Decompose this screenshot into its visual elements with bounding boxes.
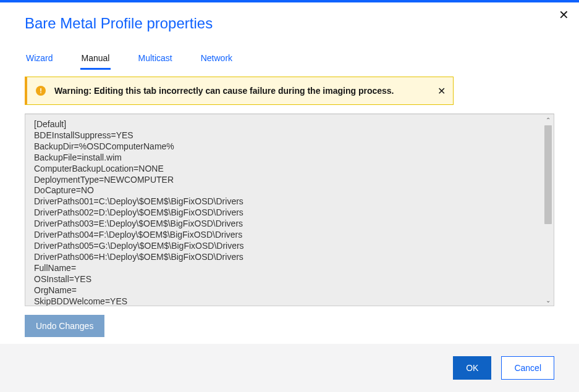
- tab-wizard[interactable]: Wizard: [25, 48, 54, 69]
- scroll-up-arrow-icon[interactable]: ⌃: [544, 115, 552, 124]
- tab-network[interactable]: Network: [200, 48, 234, 69]
- warning-text: Warning: Editing this tab incorrectly ca…: [54, 86, 394, 96]
- editor-scrollbar[interactable]: ⌃ ⌄: [544, 115, 552, 304]
- warning-close-button[interactable]: ✕: [437, 85, 446, 97]
- dialog-title: Bare Metal Profile properties: [25, 15, 554, 32]
- undo-changes-button[interactable]: Undo Changes: [25, 315, 104, 337]
- config-textarea[interactable]: [25, 114, 544, 306]
- warning-banner: ! Warning: Editing this tab incorrectly …: [25, 77, 454, 105]
- tab-manual[interactable]: Manual: [80, 48, 111, 69]
- tab-multicast[interactable]: Multicast: [137, 48, 173, 69]
- scroll-thumb[interactable]: [544, 125, 552, 224]
- dialog-footer: OK Cancel: [0, 344, 579, 392]
- warning-icon: !: [36, 86, 46, 96]
- cancel-button[interactable]: Cancel: [501, 356, 554, 380]
- scroll-down-arrow-icon[interactable]: ⌄: [544, 296, 552, 304]
- dialog-close-button[interactable]: ✕: [559, 9, 569, 21]
- ok-button[interactable]: OK: [453, 356, 491, 380]
- tab-bar: Wizard Manual Multicast Network: [25, 48, 554, 69]
- editor-container: ⌃ ⌄: [25, 114, 554, 306]
- dialog-body: Bare Metal Profile properties Wizard Man…: [0, 2, 579, 337]
